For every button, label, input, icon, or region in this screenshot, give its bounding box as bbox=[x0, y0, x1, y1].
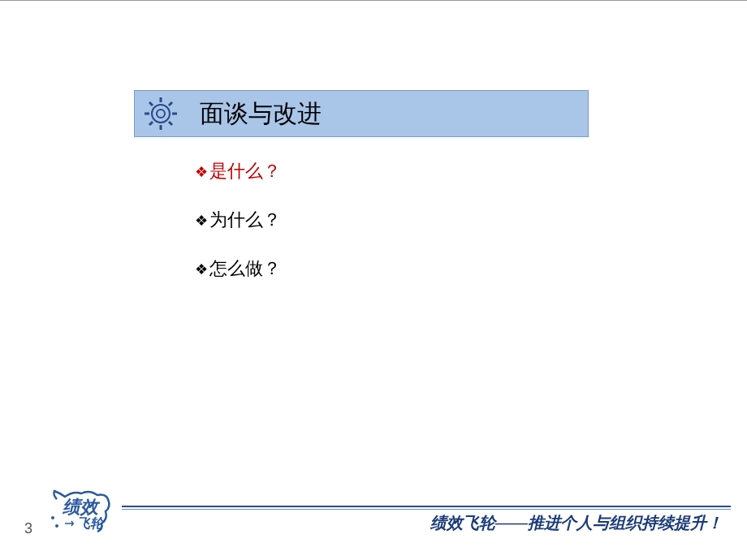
bullet-marker-icon: ❖ bbox=[195, 164, 208, 180]
footer-logo: 绩效 飞轮 bbox=[45, 487, 118, 536]
svg-point-0 bbox=[152, 105, 170, 123]
bullet-item: ❖为什么？ bbox=[195, 208, 281, 232]
footer-divider-thin bbox=[122, 509, 731, 510]
svg-point-4 bbox=[51, 516, 54, 519]
page-number: 3 bbox=[24, 520, 32, 537]
bullet-item: ❖怎么做？ bbox=[195, 256, 281, 281]
bullet-text: 为什么？ bbox=[209, 209, 281, 230]
footer-divider bbox=[122, 506, 731, 507]
gear-icon bbox=[145, 97, 177, 130]
svg-point-5 bbox=[55, 524, 58, 528]
footer-text: 绩效飞轮——推进个人与组织持续提升！ bbox=[430, 512, 723, 534]
bullet-item: ❖是什么？ bbox=[195, 159, 281, 183]
title-bar: 面谈与改进 bbox=[134, 90, 589, 137]
slide-title: 面谈与改进 bbox=[200, 97, 322, 131]
slide-container: 面谈与改进 ❖是什么？ ❖为什么？ ❖怎么做？ 绩效 飞轮 3 绩效飞轮——推进… bbox=[0, 0, 747, 560]
svg-point-1 bbox=[157, 110, 165, 118]
bullet-text: 是什么？ bbox=[209, 161, 281, 181]
svg-text:绩效: 绩效 bbox=[62, 497, 101, 517]
svg-text:飞轮: 飞轮 bbox=[77, 516, 105, 530]
bullet-text: 怎么做？ bbox=[209, 258, 281, 278]
bullet-marker-icon: ❖ bbox=[195, 213, 208, 229]
bullet-marker-icon: ❖ bbox=[195, 261, 208, 278]
bullet-list: ❖是什么？ ❖为什么？ ❖怎么做？ bbox=[195, 159, 281, 305]
